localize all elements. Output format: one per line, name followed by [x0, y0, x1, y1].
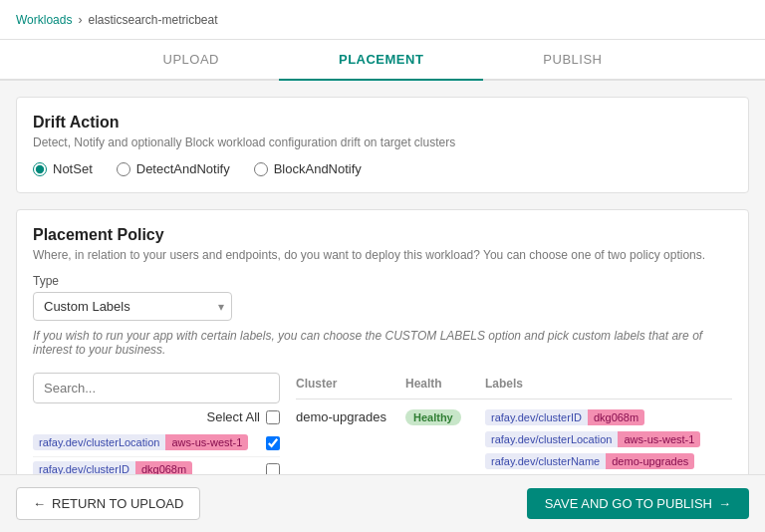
label-row: rafay.dev/clusterLocationaws-us-west-1 — [33, 430, 280, 457]
radio-blockandnotify-label: BlockAndNotify — [274, 161, 362, 176]
col-health: Health — [405, 377, 485, 391]
label-tags: rafay.dev/clusterLocationaws-us-west-1 — [33, 434, 258, 452]
cluster-name: demo-upgrades — [296, 409, 405, 424]
info-text: If you wish to run your app with certain… — [33, 329, 732, 357]
label-checkbox[interactable] — [266, 436, 280, 450]
radio-notset-label: NotSet — [53, 161, 93, 176]
drift-action-subtitle: Detect, Notify and optionally Block work… — [33, 135, 732, 149]
return-to-upload-button[interactable]: ← RETURN TO UPLOAD — [16, 487, 200, 520]
tab-bar: UPLOAD PLACEMENT PUBLISH — [0, 40, 765, 81]
workloads-link[interactable]: Workloads — [16, 13, 72, 27]
col-cluster: Cluster — [296, 377, 405, 391]
placement-policy-subtitle: Where, in relation to your users and end… — [33, 248, 732, 262]
tag-key: rafay.dev/clusterName — [485, 453, 606, 469]
search-input[interactable] — [33, 373, 280, 403]
breadcrumb: Workloads › elasticsearch-metricbeat — [16, 13, 218, 27]
main-content: Drift Action Detect, Notify and optional… — [0, 81, 765, 532]
bottom-bar: ← RETURN TO UPLOAD SAVE AND GO TO PUBLIS… — [0, 474, 765, 532]
tag-compound: rafay.dev/clusterIDdkg068m — [485, 409, 644, 425]
health-badge: Healthy — [405, 409, 461, 425]
tag-value: aws-us-west-1 — [165, 434, 248, 450]
tag-compound: rafay.dev/clusterNamedemo-upgrades — [485, 453, 694, 469]
tag-compound: rafay.dev/clusterLocationaws-us-west-1 — [485, 431, 700, 447]
tag-compound: rafay.dev/clusterLocationaws-us-west-1 — [33, 434, 248, 450]
radio-detectandnotify-label: DetectAndNotify — [136, 161, 230, 176]
select-all-checkbox[interactable] — [266, 410, 280, 424]
radio-notset[interactable]: NotSet — [33, 161, 93, 176]
return-label: RETURN TO UPLOAD — [52, 496, 183, 511]
table-header: Cluster Health Labels — [296, 373, 732, 399]
drift-action-card: Drift Action Detect, Notify and optional… — [16, 97, 749, 193]
tag-value: demo-upgrades — [606, 453, 694, 469]
left-arrow-icon: ← — [33, 496, 46, 511]
type-label: Type — [33, 274, 732, 288]
breadcrumb-sep: › — [78, 13, 82, 27]
drift-action-title: Drift Action — [33, 114, 732, 132]
type-select[interactable]: Custom Labels ClusterSelector — [33, 292, 232, 321]
type-select-wrapper: Custom Labels ClusterSelector ▾ — [33, 292, 232, 321]
radio-detectandnotify[interactable]: DetectAndNotify — [117, 161, 230, 176]
top-nav: Workloads › elasticsearch-metricbeat — [0, 0, 765, 40]
save-and-publish-button[interactable]: SAVE AND GO TO PUBLISH → — [527, 488, 749, 519]
select-all-row: Select All — [33, 403, 280, 430]
select-all-label: Select All — [207, 409, 260, 424]
save-label: SAVE AND GO TO PUBLISH — [545, 496, 712, 511]
tag-value: dkg068m — [588, 409, 644, 425]
col-labels: Labels — [485, 377, 732, 391]
tag-key: rafay.dev/clusterID — [485, 409, 588, 425]
health-cell: Healthy — [405, 409, 485, 425]
placement-policy-title: Placement Policy — [33, 226, 732, 244]
tab-upload[interactable]: UPLOAD — [104, 40, 279, 81]
tag-key: rafay.dev/clusterLocation — [485, 431, 618, 447]
tag-value: aws-us-west-1 — [618, 431, 700, 447]
workload-name: elasticsearch-metricbeat — [88, 13, 217, 27]
drift-radio-group: NotSet DetectAndNotify BlockAndNotify — [33, 161, 732, 176]
right-arrow-icon: → — [718, 496, 731, 511]
tag-key: rafay.dev/clusterLocation — [33, 434, 165, 450]
tab-placement[interactable]: PLACEMENT — [279, 40, 483, 81]
tab-publish[interactable]: PUBLISH — [483, 40, 661, 81]
radio-blockandnotify[interactable]: BlockAndNotify — [254, 161, 362, 176]
